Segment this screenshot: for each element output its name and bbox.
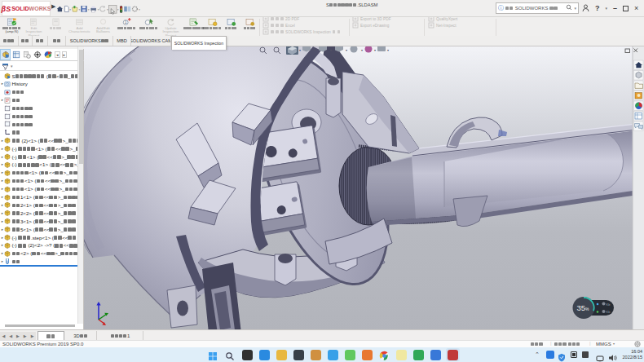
svg-text:Kb: Kb <box>607 302 611 307</box>
svg-text:▾: ▾ <box>314 48 315 52</box>
svg-text:▾: ▾ <box>299 48 301 52</box>
svg-text:▾: ▾ <box>330 48 332 52</box>
svg-text:Kb: Kb <box>607 310 611 314</box>
svg-text:▾: ▾ <box>346 48 347 52</box>
svg-text:▾: ▾ <box>361 48 363 52</box>
svg-text:▾: ▾ <box>387 48 389 52</box>
svg-text:▾: ▾ <box>374 48 376 52</box>
